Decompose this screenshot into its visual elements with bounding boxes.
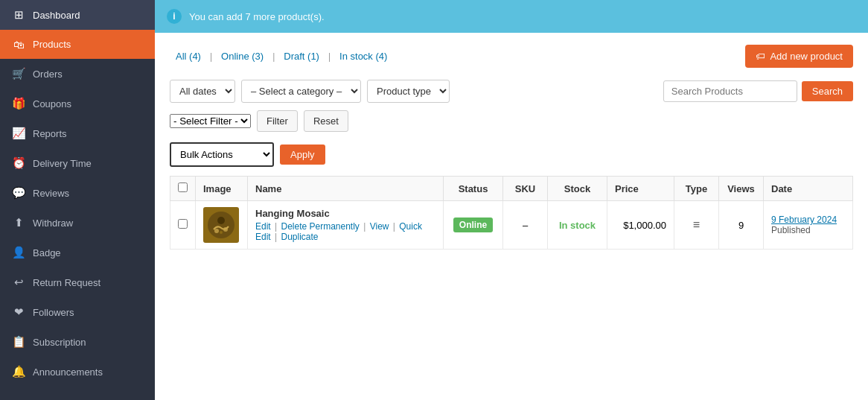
products-icon: 🛍 xyxy=(12,38,25,51)
sidebar-label-reviews: Reviews xyxy=(33,188,69,199)
apply-button[interactable]: Apply xyxy=(280,145,325,165)
sidebar-label-coupons: Coupons xyxy=(33,98,71,109)
sidebar-label-delivery-time: Delivery Time xyxy=(33,158,92,169)
banner-message: You can add 7 more product(s). xyxy=(189,11,325,22)
products-table: Image Name Status SKU Stock Price Type V… xyxy=(170,176,853,250)
tab-separator: | xyxy=(272,48,275,65)
bulk-actions-row: Bulk Actions Apply xyxy=(170,142,853,167)
views-cell: 9 xyxy=(719,201,764,250)
action-duplicate[interactable]: Duplicate xyxy=(281,232,318,242)
col-price: Price xyxy=(607,177,674,201)
tab-online[interactable]: Online (3) xyxy=(215,48,269,65)
svg-point-2 xyxy=(214,229,219,233)
tab-all[interactable]: All (4) xyxy=(170,48,207,65)
action-delete-permanently[interactable]: Delete Permanently xyxy=(281,221,359,232)
action-edit[interactable]: Edit xyxy=(255,221,271,232)
announcements-icon: 🔔 xyxy=(12,365,25,378)
price-cell: $1,000.00 xyxy=(607,201,674,250)
dashboard-icon: ⊞ xyxy=(12,8,25,22)
svg-point-3 xyxy=(223,227,228,232)
add-new-product-button[interactable]: 🏷 Add new product xyxy=(745,45,853,68)
sidebar-label-reports: Reports xyxy=(33,128,67,139)
col-stock: Stock xyxy=(548,177,607,201)
date-cell: 9 February 2024 Published xyxy=(771,215,845,235)
info-icon: i xyxy=(167,9,182,24)
product-date[interactable]: 9 February 2024 xyxy=(771,215,845,225)
main-content: i You can add 7 more product(s). All (4)… xyxy=(155,0,868,400)
status-badge: Online xyxy=(453,218,493,232)
sidebar-label-subscription: Subscription xyxy=(33,337,86,348)
product-actions: Edit | Delete Permanently | View | Quick… xyxy=(255,221,435,242)
search-box: Search xyxy=(663,80,853,102)
reset-button[interactable]: Reset xyxy=(304,110,348,132)
sidebar-label-withdraw: Withdraw xyxy=(33,218,73,229)
reviews-icon: 💬 xyxy=(12,186,25,200)
col-name: Name xyxy=(248,177,444,201)
add-button-label: Add new product xyxy=(770,51,843,62)
sidebar-label-followers: Followers xyxy=(33,307,74,318)
col-image: Image xyxy=(196,177,248,201)
sidebar-label-orders: Orders xyxy=(33,69,63,80)
sidebar-item-badge[interactable]: 👤 Badge xyxy=(0,238,155,267)
sidebar-label-badge: Badge xyxy=(33,247,61,258)
tabs: All (4)|Online (3)|Draft (1)|In stock (4… xyxy=(170,48,393,65)
delivery-time-icon: ⏰ xyxy=(12,156,25,170)
followers-icon: ❤ xyxy=(12,305,25,319)
svg-point-1 xyxy=(217,217,225,224)
product-name: Hanging Mosaic xyxy=(255,208,435,219)
badge-icon: 👤 xyxy=(12,246,25,259)
filter-button[interactable]: Filter xyxy=(257,110,298,132)
select-filter[interactable]: - Select Filter - xyxy=(170,114,251,128)
sidebar-item-subscription[interactable]: 📋 Subscription xyxy=(0,327,155,357)
dates-filter[interactable]: All dates xyxy=(170,80,235,103)
action-sep: | xyxy=(390,221,398,232)
sidebar-label-products: Products xyxy=(33,39,71,50)
product-image xyxy=(203,207,239,243)
col-sku: SKU xyxy=(503,177,548,201)
tab-separator: | xyxy=(328,48,331,65)
action-sep: | xyxy=(272,221,280,232)
tab-in-stock[interactable]: In stock (4) xyxy=(334,48,393,65)
sidebar-item-delivery-time[interactable]: ⏰ Delivery Time xyxy=(0,148,155,178)
sidebar-item-announcements[interactable]: 🔔 Announcements xyxy=(0,357,155,387)
sidebar-item-return-request[interactable]: ↩ Return Request xyxy=(0,267,155,297)
select-all-checkbox[interactable] xyxy=(178,182,188,192)
sidebar-label-announcements: Announcements xyxy=(33,366,103,378)
sidebar-item-coupons[interactable]: 🎁 Coupons xyxy=(0,89,155,118)
tab-draft[interactable]: Draft (1) xyxy=(278,48,325,65)
svg-point-0 xyxy=(208,212,234,238)
action-sep: | xyxy=(272,232,280,242)
sidebar-item-dashboard[interactable]: ⊞ Dashboard xyxy=(0,0,155,30)
sidebar: ⊞ Dashboard 🛍 Products 🛒 Orders 🎁 Coupon… xyxy=(0,0,155,400)
coupons-icon: 🎁 xyxy=(12,97,25,110)
sidebar-item-orders[interactable]: 🛒 Orders xyxy=(0,59,155,89)
table-row: Hanging Mosaic Edit | Delete Permanently… xyxy=(170,201,853,250)
sidebar-item-withdraw[interactable]: ⬆ Withdraw xyxy=(0,208,155,238)
bulk-actions-select[interactable]: Bulk Actions xyxy=(170,142,274,167)
action-sep: | xyxy=(361,221,368,232)
col-views: Views xyxy=(719,177,764,201)
orders-icon: 🛒 xyxy=(12,67,25,80)
add-icon: 🏷 xyxy=(756,51,765,62)
row-checkbox[interactable] xyxy=(178,219,188,229)
reports-icon: 📈 xyxy=(12,127,25,140)
category-filter[interactable]: – Select a category – xyxy=(241,80,361,103)
sidebar-item-reports[interactable]: 📈 Reports xyxy=(0,118,155,148)
action-view[interactable]: View xyxy=(370,221,389,232)
sku-cell: – xyxy=(503,201,548,250)
svg-point-4 xyxy=(220,231,223,234)
col-type: Type xyxy=(674,177,719,201)
info-banner: i You can add 7 more product(s). xyxy=(155,0,868,33)
sidebar-item-reviews[interactable]: 💬 Reviews xyxy=(0,178,155,208)
sidebar-label-return-request: Return Request xyxy=(33,277,100,288)
tab-separator: | xyxy=(210,48,212,65)
return-request-icon: ↩ xyxy=(12,276,25,289)
sidebar-item-followers[interactable]: ❤ Followers xyxy=(0,297,155,327)
search-input[interactable] xyxy=(663,80,797,102)
search-button[interactable]: Search xyxy=(802,81,853,101)
sidebar-item-products[interactable]: 🛍 Products xyxy=(0,30,155,59)
product-type-filter[interactable]: Product type xyxy=(367,80,450,103)
publish-status: Published xyxy=(771,225,845,235)
product-name-cell: Hanging Mosaic Edit | Delete Permanently… xyxy=(255,208,435,242)
filter-row-2: - Select Filter - Filter Reset xyxy=(170,110,853,132)
